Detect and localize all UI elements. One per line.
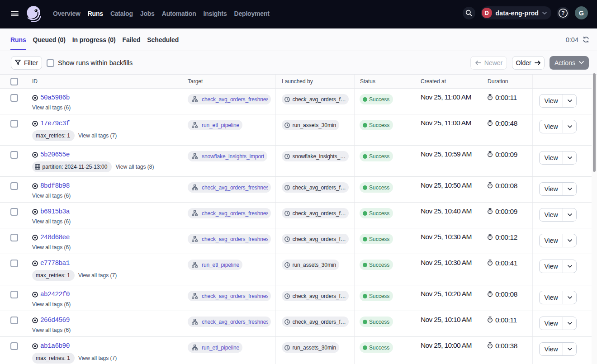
svg-text:?: ? xyxy=(561,10,564,16)
